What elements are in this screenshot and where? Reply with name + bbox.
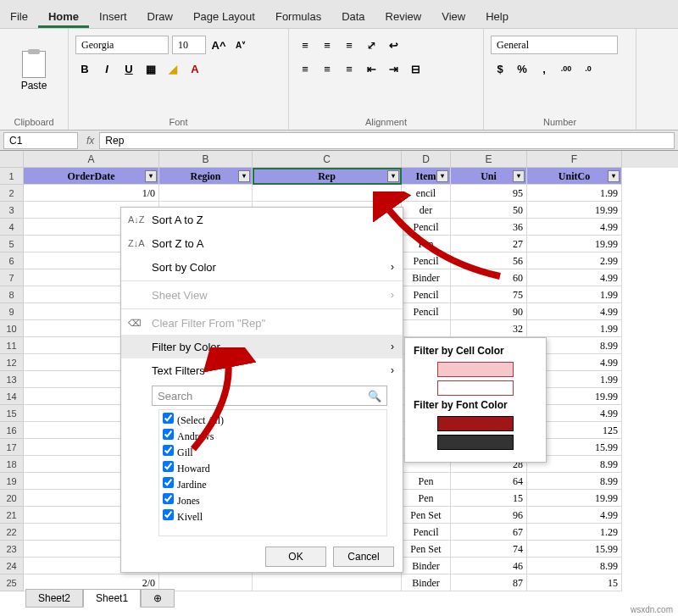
merge-icon[interactable]: ⊟ <box>406 59 425 78</box>
decrease-indent-icon[interactable]: ⇤ <box>362 59 381 78</box>
row-header[interactable]: 18 <box>0 456 24 473</box>
tab-view[interactable]: View <box>431 3 475 28</box>
sheet-tab-sheet2[interactable]: Sheet2 <box>25 589 83 608</box>
column-header-C[interactable]: C <box>253 151 402 168</box>
row-header[interactable]: 23 <box>0 541 24 558</box>
table-cell[interactable]: 90 <box>451 303 527 320</box>
increase-font-icon[interactable]: A^ <box>209 36 228 54</box>
table-cell[interactable]: Pencil <box>402 286 451 303</box>
percent-icon[interactable]: % <box>513 59 531 78</box>
header-cell-unitco[interactable]: UnitCo▾ <box>527 168 622 185</box>
header-cell-uni[interactable]: Uni▾ <box>451 168 527 185</box>
table-cell[interactable]: 19.99 <box>527 202 622 219</box>
row-header[interactable]: 15 <box>0 405 24 422</box>
row-header[interactable]: 19 <box>0 473 24 490</box>
font-color-swatch-darkred[interactable] <box>437 416 514 431</box>
tab-review[interactable]: Review <box>375 3 432 28</box>
table-cell[interactable]: 15.99 <box>527 541 622 558</box>
header-cell-item[interactable]: Item▾ <box>402 168 451 185</box>
filter-checkbox-item[interactable]: Kivell <box>161 508 385 524</box>
paste-icon[interactable] <box>22 51 46 78</box>
decrease-decimal-icon[interactable]: .0 <box>579 59 597 78</box>
row-header[interactable]: 17 <box>0 439 24 456</box>
table-cell[interactable]: 2.99 <box>527 253 622 269</box>
row-header[interactable]: 13 <box>0 371 24 388</box>
row-header[interactable]: 24 <box>0 558 24 574</box>
table-cell[interactable]: Binder <box>402 574 451 591</box>
sheet-tab-sheet1[interactable]: Sheet1 <box>83 589 141 608</box>
row-header[interactable]: 5 <box>0 236 24 253</box>
cell-color-swatch-pink[interactable] <box>437 362 514 377</box>
tab-data[interactable]: Data <box>331 3 375 28</box>
font-name-dropdown[interactable]: Georgia <box>75 36 169 54</box>
column-header-B[interactable]: B <box>159 151 253 168</box>
fill-color-button[interactable]: ◢ <box>164 59 182 78</box>
align-top-icon[interactable]: ≡ <box>296 36 314 54</box>
table-cell[interactable]: 96 <box>451 507 527 524</box>
row-header[interactable]: 20 <box>0 490 24 507</box>
column-header-A[interactable]: A <box>24 151 159 168</box>
number-format-dropdown[interactable]: General <box>491 36 618 54</box>
increase-decimal-icon[interactable]: .00 <box>557 59 575 78</box>
name-box[interactable]: C1 <box>3 132 78 149</box>
table-cell[interactable]: 8.99 <box>527 558 622 574</box>
column-header-E[interactable]: E <box>451 151 527 168</box>
sort-by-color[interactable]: Sort by Color› <box>121 255 403 279</box>
table-cell[interactable]: 1/0 <box>24 185 159 202</box>
filter-checkbox[interactable] <box>163 461 174 472</box>
filter-dropdown-icon[interactable]: ▾ <box>238 170 250 182</box>
comma-icon[interactable]: , <box>535 59 553 78</box>
table-cell[interactable]: Pencil <box>402 524 451 541</box>
table-cell[interactable]: Pen <box>402 490 451 507</box>
filter-checkbox[interactable] <box>163 429 174 440</box>
table-cell[interactable]: 67 <box>451 524 527 541</box>
table-cell[interactable]: 46 <box>451 558 527 574</box>
table-cell[interactable]: 4.99 <box>527 219 622 236</box>
row-header[interactable]: 22 <box>0 524 24 541</box>
new-sheet-button[interactable]: ⊕ <box>141 589 175 608</box>
table-cell[interactable]: 64 <box>451 473 527 490</box>
filter-checkbox[interactable] <box>163 413 174 424</box>
italic-button[interactable]: I <box>97 59 116 78</box>
cell-color-swatch-white[interactable] <box>437 380 514 396</box>
orientation-icon[interactable]: ⤢ <box>362 36 381 54</box>
select-all-corner[interactable] <box>0 151 24 168</box>
filter-checkbox[interactable] <box>163 477 174 488</box>
table-cell[interactable]: Binder <box>402 558 451 574</box>
font-color-swatch-black[interactable] <box>437 435 514 450</box>
sort-az[interactable]: A↓ZSort A to Z <box>121 208 403 231</box>
filter-checkbox-item[interactable]: Jones <box>161 492 385 508</box>
underline-button[interactable]: U <box>119 59 138 78</box>
filter-checkbox[interactable] <box>163 445 174 456</box>
table-cell[interactable]: 32 <box>451 320 527 337</box>
column-header-D[interactable]: D <box>402 151 451 168</box>
table-cell[interactable]: 19.99 <box>527 490 622 507</box>
row-header[interactable]: 12 <box>0 354 24 371</box>
row-header[interactable]: 4 <box>0 219 24 236</box>
table-cell[interactable]: Pen Set <box>402 507 451 524</box>
increase-indent-icon[interactable]: ⇥ <box>384 59 403 78</box>
table-cell[interactable]: 19.99 <box>527 236 622 253</box>
filter-checkbox-item[interactable]: Jardine <box>161 476 385 492</box>
row-header[interactable]: 11 <box>0 337 24 354</box>
filter-dropdown-icon[interactable]: ▾ <box>608 170 620 182</box>
filter-dropdown-icon[interactable]: ▾ <box>145 170 157 182</box>
row-header[interactable]: 3 <box>0 202 24 219</box>
table-cell[interactable]: 87 <box>451 574 527 591</box>
table-cell[interactable]: 4.99 <box>527 507 622 524</box>
row-header[interactable]: 14 <box>0 388 24 405</box>
table-cell[interactable]: Pen <box>402 473 451 490</box>
filter-dropdown-icon[interactable]: ▾ <box>513 170 525 182</box>
table-cell[interactable]: 1.99 <box>527 320 622 337</box>
row-header[interactable]: 10 <box>0 320 24 337</box>
align-center-icon[interactable]: ≡ <box>318 59 336 78</box>
font-color-button[interactable]: A <box>186 59 204 78</box>
filter-checkbox[interactable] <box>163 493 174 504</box>
bold-button[interactable]: B <box>75 59 94 78</box>
header-cell-region[interactable]: Region▾ <box>159 168 253 185</box>
tab-draw[interactable]: Draw <box>137 3 183 28</box>
tab-insert[interactable]: Insert <box>89 3 137 28</box>
table-cell[interactable] <box>253 574 402 591</box>
font-size-dropdown[interactable]: 10 <box>172 36 206 54</box>
row-header[interactable]: 21 <box>0 507 24 524</box>
